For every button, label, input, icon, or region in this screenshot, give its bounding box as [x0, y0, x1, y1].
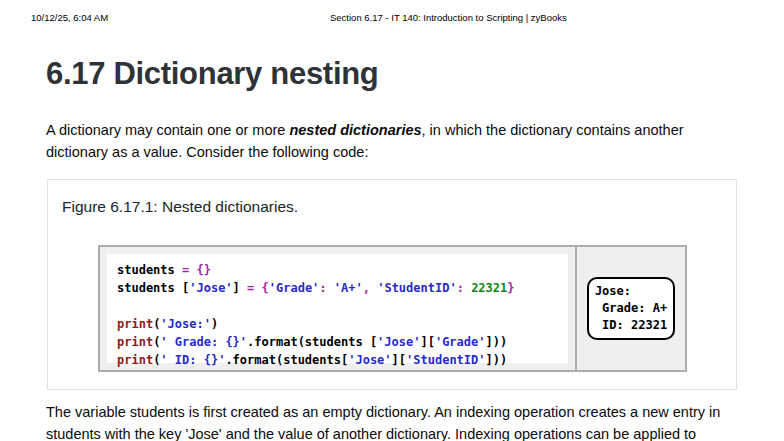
output-box: Jose: Grade: A+ ID: 22321 [587, 277, 675, 340]
output-line: Jose: [595, 283, 667, 300]
figure-caption: Figure 6.17.1: Nested dictionaries. [62, 198, 298, 216]
print-date: 10/12/25, 6:04 AM [31, 12, 108, 23]
code-cell: students = {}students ['Jose'] = {'Grade… [100, 247, 575, 370]
intro-paragraph: A dictionary may contain one or more nes… [46, 119, 746, 163]
print-header: 10/12/25, 6:04 AM Section 6.17 - IT 140:… [0, 12, 784, 26]
zybooks-print-page: 10/12/25, 6:04 AM Section 6.17 - IT 140:… [0, 0, 784, 441]
intro-emphasis: nested dictionaries [289, 122, 421, 138]
code-line [117, 297, 558, 315]
output-line: Grade: A+ [595, 300, 667, 317]
code-line: print(' Grade: {}'.format(students ['Jos… [117, 333, 558, 351]
code-output-container: students = {}students ['Jose'] = {'Grade… [98, 245, 687, 372]
print-page-title: Section 6.17 - IT 140: Introduction to S… [330, 12, 567, 23]
output-line: ID: 22321 [595, 317, 667, 334]
output-cell: Jose: Grade: A+ ID: 22321 [575, 247, 685, 370]
code-block: students = {}students ['Jose'] = {'Grade… [107, 254, 568, 363]
code-line: students = {} [117, 261, 558, 279]
section-title: 6.17 Dictionary nesting [46, 56, 378, 92]
figure-box: Figure 6.17.1: Nested dictionaries. stud… [47, 179, 737, 390]
code-line: print('Jose:') [117, 315, 558, 333]
body-paragraph: The variable students is first created a… [46, 401, 758, 441]
intro-text-pre: A dictionary may contain one or more [46, 122, 289, 138]
code-line: print(' ID: {}'.format(students['Jose'][… [117, 351, 558, 369]
code-line: students ['Jose'] = {'Grade': 'A+', 'Stu… [117, 279, 558, 297]
